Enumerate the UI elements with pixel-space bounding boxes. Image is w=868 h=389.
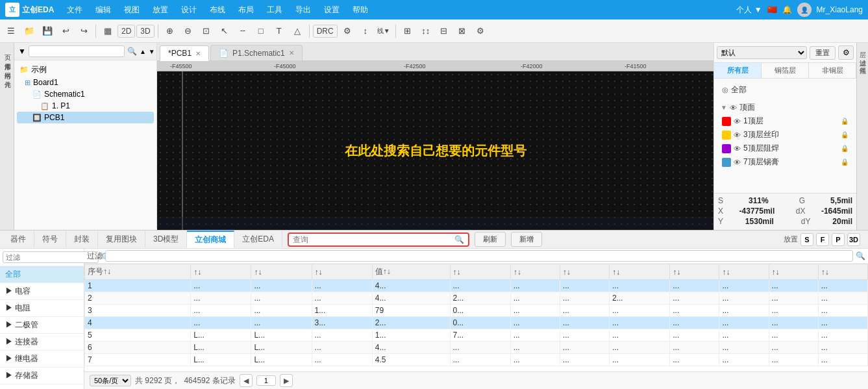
menu-place[interactable]: 放置 — [147, 3, 173, 17]
lib-cat-memory[interactable]: ▶ 存储器 — [0, 368, 84, 384]
menu-export[interactable]: 导出 — [290, 3, 316, 17]
bottom-tab-lcsc-shop[interactable]: 立创商城 — [187, 231, 234, 248]
bottom-tab-package[interactable]: 封装 — [66, 231, 98, 247]
eye-icon-5[interactable]: 👁 — [734, 145, 741, 153]
per-page-select[interactable]: 50条/页 — [90, 375, 131, 386]
lib-cat-diode[interactable]: ▶ 二极管 — [0, 317, 84, 334]
table-cell-val[interactable]: 4... — [372, 292, 450, 305]
avatar[interactable]: 👤 — [797, 3, 812, 17]
bottom-tab-reuse[interactable]: 复用图块 — [98, 231, 145, 247]
menu-settings[interactable]: 设置 — [319, 3, 345, 17]
table-row[interactable]: 1.........4........................... — [85, 280, 868, 292]
eye-icon-1[interactable]: 👁 — [734, 118, 741, 125]
layer-select[interactable]: 默认 — [717, 46, 807, 59]
lib-cat-connector[interactable]: ▶ 连接器 — [0, 334, 84, 351]
toolbar-zoom-out[interactable]: ⊖ — [180, 23, 197, 40]
tab-schematic1[interactable]: 📄 P1.Schematic1 ✕ — [210, 45, 303, 60]
refresh-button[interactable]: 刷新 — [475, 232, 506, 247]
toolbar-wire[interactable]: ╌ — [234, 23, 251, 40]
lib-cat-capacitor[interactable]: ▶ 电容 — [0, 283, 84, 300]
table-filter-search-icon[interactable]: 🔍 — [856, 251, 865, 260]
lock-1[interactable]: 🔒 — [841, 118, 849, 125]
table-row[interactable]: 3......1...790........................ — [85, 305, 868, 317]
table-cell-val[interactable]: 1... — [372, 329, 450, 342]
lock-3[interactable]: 🔒 — [841, 131, 849, 138]
table-row[interactable]: 5L...L......1...7.......................… — [85, 329, 868, 342]
prev-page-btn[interactable]: ◀ — [240, 374, 253, 387]
th-c8[interactable]: ↑↓ — [560, 264, 609, 280]
th-c12[interactable]: ↑↓ — [769, 264, 818, 280]
tab-pcb1-close[interactable]: ✕ — [195, 50, 201, 57]
toolbar-drc[interactable]: DRC — [313, 25, 338, 38]
table-cell-c6[interactable]: 2... — [450, 292, 510, 305]
tree-schematic[interactable]: 📄 Schematic1 — [17, 88, 154, 100]
menu-design[interactable]: 设计 — [176, 3, 202, 17]
table-cell-c2[interactable]: L... — [191, 342, 251, 354]
th-c3[interactable]: ↑↓ — [251, 264, 312, 280]
table-cell-val[interactable]: 2... — [372, 317, 450, 329]
reset-button[interactable]: 重置 — [810, 46, 836, 60]
toolbar-settings2[interactable]: ⚙ — [472, 23, 489, 40]
tree-root[interactable]: 📁 示例 — [17, 63, 154, 77]
th-c9[interactable]: ↑↓ — [610, 264, 670, 280]
search-icon-tree[interactable]: 🔍 — [127, 47, 137, 56]
right-sidebar-icon-filter[interactable]: 过滤 — [857, 51, 869, 58]
layer-3[interactable]: 👁 3顶层丝印 🔒 — [719, 128, 851, 142]
eye-icon-top[interactable]: 👁 — [730, 104, 737, 112]
toolbar-component[interactable]: □ — [253, 23, 269, 40]
lib-cat-resistor[interactable]: ▶ 电阻 — [0, 300, 84, 317]
table-row[interactable]: 6L...L......4........................... — [85, 342, 868, 354]
toolbar-grid[interactable]: ▦ — [99, 23, 116, 40]
page-input[interactable] — [256, 375, 276, 386]
right-tab-non-copper[interactable]: 非铜层 — [809, 63, 856, 78]
tab-pcb1[interactable]: *PCB1 ✕ — [160, 45, 209, 61]
toolbar-redo[interactable]: ↪ — [75, 23, 92, 40]
toolbar-extra4[interactable]: ⊠ — [454, 23, 471, 40]
th-val[interactable]: 值↑↓ — [372, 264, 450, 280]
table-cell-c4[interactable]: 1... — [312, 305, 372, 317]
eye-icon-3[interactable]: 👁 — [734, 131, 741, 139]
lock-5[interactable]: 🔒 — [841, 145, 849, 152]
menu-route[interactable]: 布线 — [205, 3, 230, 17]
table-cell-val[interactable]: 4... — [372, 342, 450, 354]
menu-tools[interactable]: 工具 — [262, 3, 288, 17]
tree-page[interactable]: 📋 1. P1 — [17, 100, 154, 112]
right-tab-copper[interactable]: 铜箔层 — [762, 63, 809, 78]
place-f-btn[interactable]: F — [816, 233, 829, 246]
next-page-btn[interactable]: ▶ — [280, 374, 293, 387]
sidebar-icon-component[interactable]: 元件 — [1, 73, 14, 81]
right-sidebar-icon-prop[interactable]: 属性 — [857, 58, 869, 66]
th-id[interactable]: 序号↑↓ — [85, 264, 191, 280]
th-c10[interactable]: ↑↓ — [670, 264, 719, 280]
menu-file[interactable]: 文件 — [62, 3, 88, 17]
add-button[interactable]: 新增 — [511, 232, 542, 247]
table-cell-c3[interactable]: L... — [251, 354, 312, 366]
toolbar-2d[interactable]: 2D — [118, 25, 135, 38]
menu-help[interactable]: 帮助 — [347, 3, 373, 17]
table-row[interactable]: 4......3...2...0........................ — [85, 317, 868, 329]
layer-1[interactable]: 👁 1顶层 🔒 — [719, 114, 851, 128]
bottom-tab-3dmodel[interactable]: 3D模型 — [145, 231, 187, 247]
toolbar-open[interactable]: 📁 — [21, 23, 38, 40]
table-row[interactable]: 2.........4...2.........2............... — [85, 292, 868, 305]
table-cell-c4[interactable]: 3... — [312, 317, 372, 329]
toolbar-undo[interactable]: ↩ — [57, 23, 74, 40]
sidebar-icon-library[interactable]: 常用库 — [1, 55, 14, 62]
th-c7[interactable]: ↑↓ — [510, 264, 560, 280]
toolbar-extra2[interactable]: ↕↕ — [417, 23, 434, 40]
bottom-tab-lceda[interactable]: 立创EDA — [234, 231, 282, 247]
layer-7[interactable]: 👁 7顶层锡膏 🔒 — [719, 155, 851, 169]
table-row[interactable]: 7L...L......4.5........................ — [85, 354, 868, 366]
th-c4[interactable]: ↑↓ — [312, 264, 372, 280]
menu-view[interactable]: 视图 — [119, 3, 145, 17]
bottom-tab-symbol[interactable]: 符号 — [34, 231, 66, 247]
layer-all[interactable]: ◎ 全部 — [719, 83, 851, 97]
right-tab-all[interactable]: 所有层 — [714, 63, 762, 78]
notification-icon[interactable]: 🔔 — [782, 5, 792, 14]
toolbar-extra1[interactable]: ⊞ — [399, 23, 416, 40]
table-cell-c6[interactable]: 7... — [450, 329, 510, 342]
personal-menu[interactable]: 个人 ▼ — [736, 5, 762, 16]
table-cell-val[interactable]: 79 — [372, 305, 450, 317]
toolbar-new[interactable]: ☰ — [3, 23, 19, 40]
layer-settings-icon[interactable]: ⚙ — [838, 45, 854, 60]
